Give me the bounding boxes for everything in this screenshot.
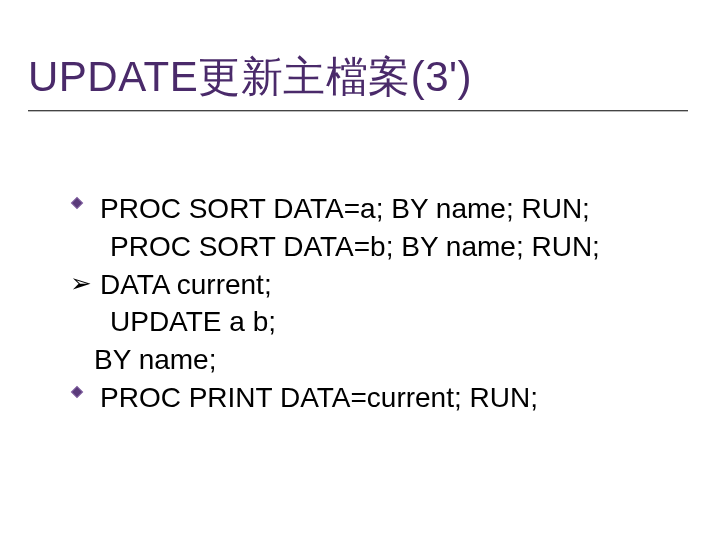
code-text: PROC PRINT DATA=current; RUN; [100,379,670,417]
diamond-bullet-icon [70,379,100,399]
arrow-bullet-icon: ➢ [70,266,100,296]
code-text: DATA current; [100,266,670,304]
code-text: UPDATE a b; [110,303,670,341]
body-line: UPDATE a b; [70,303,670,341]
slide: UPDATE更新主檔案(3') PROC SORT DATA=a; BY nam… [0,0,720,540]
bullet-spacer [70,228,100,234]
svg-rect-0 [71,197,82,208]
bullet-spacer [70,303,100,309]
body-line: ➢ DATA current; [70,266,670,304]
body-line: PROC SORT DATA=a; BY name; RUN; [70,190,670,228]
body-line: BY name; [70,341,670,379]
body-line: PROC PRINT DATA=current; RUN; [70,379,670,417]
slide-title: UPDATE更新主檔案(3') [28,54,692,100]
svg-rect-1 [71,386,82,397]
title-block: UPDATE更新主檔案(3') [28,54,692,111]
code-text: BY name; [94,341,670,379]
code-text: PROC SORT DATA=b; BY name; RUN; [110,228,670,266]
title-underline [28,110,688,111]
code-text: PROC SORT DATA=a; BY name; RUN; [100,190,670,228]
body-line: PROC SORT DATA=b; BY name; RUN; [70,228,670,266]
diamond-bullet-icon [70,190,100,210]
slide-body: PROC SORT DATA=a; BY name; RUN; PROC SOR… [70,190,670,417]
